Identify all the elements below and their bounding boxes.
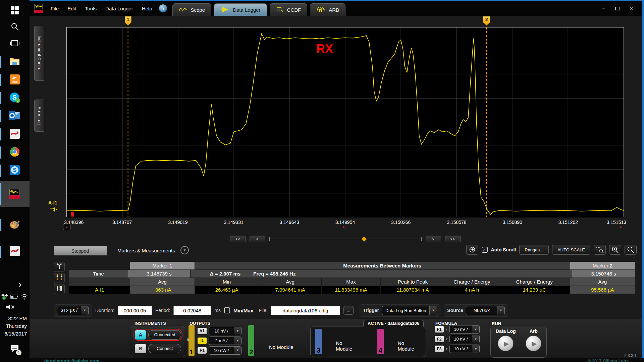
taskbar-item-simplicity-studio-2[interactable] xyxy=(0,243,30,260)
chevron-down-icon[interactable]: ▼ xyxy=(472,345,479,353)
start-button[interactable] xyxy=(0,3,30,19)
taskbar-item-file-explorer[interactable] xyxy=(0,54,30,70)
period-input[interactable]: 0.02048 xyxy=(173,306,211,315)
stat-value: 11.807034 mA xyxy=(381,286,444,294)
wrench-icon xyxy=(56,263,62,271)
action-center-button[interactable]: 1 xyxy=(0,342,30,357)
outlook-icon xyxy=(9,111,20,122)
instrument-b-button[interactable]: B xyxy=(135,344,146,353)
scroll-handle[interactable] xyxy=(362,237,367,242)
scroll-left-button[interactable]: < xyxy=(250,236,265,242)
instrument-control-tab[interactable]: Instrument Control xyxy=(34,26,44,81)
datalog-run-button[interactable]: ▶ xyxy=(498,336,514,351)
markers-collapse-button[interactable]: ▼ xyxy=(180,246,189,254)
ground-symbol-icon xyxy=(50,206,58,214)
scroll-left-marker[interactable]: ▲ xyxy=(63,224,70,230)
taskbar-item-keysight-14585a[interactable] xyxy=(0,181,30,207)
x-tick: 3.149331 xyxy=(224,220,243,225)
menu-file[interactable]: File xyxy=(46,6,63,11)
chevron-down-icon[interactable]: ▼ xyxy=(445,347,448,351)
chevron-down-icon[interactable]: ▼ xyxy=(497,306,504,315)
file-input[interactable]: datalogdata106.edlg xyxy=(271,306,340,315)
chevron-down-icon[interactable]: ▼ xyxy=(472,335,479,343)
duration-input[interactable]: 000:00:05 xyxy=(118,306,152,315)
marquee-zoom-button[interactable] xyxy=(594,245,606,255)
speaker-mute-icon xyxy=(6,304,15,311)
active-file-tab[interactable]: ACTIVE - datalogdata106 xyxy=(363,320,424,326)
tray-icons[interactable]: ✓ xyxy=(0,292,30,302)
chevron-down-icon[interactable]: ▼ xyxy=(429,306,437,315)
marker-flag-1[interactable]: 1 xyxy=(125,16,131,25)
instrument-b-status-button[interactable]: Connect xyxy=(148,344,181,353)
run-box: Data Log ▶ Arb ▶ xyxy=(490,326,547,358)
marker-flag-2[interactable]: 2 xyxy=(483,16,490,25)
taskbar-item-chrome[interactable] xyxy=(0,144,30,161)
chevron-down-icon[interactable]: ▼ xyxy=(472,325,479,333)
taskbar-item-paint[interactable] xyxy=(0,217,30,233)
trace-handle-icon[interactable]: ▐▌ xyxy=(70,212,75,216)
minimize-button[interactable]: − xyxy=(602,5,605,11)
menu-data-logger[interactable]: Data Logger xyxy=(101,6,138,11)
v1-range-dropdown[interactable]: 10 nV /▼ xyxy=(209,327,241,335)
marker-config-button[interactable] xyxy=(54,273,65,283)
f2-range-dropdown[interactable]: 10 nV /▼ xyxy=(449,335,480,343)
f1-range-dropdown[interactable]: 10 nV /▼ xyxy=(449,325,480,334)
info-icon[interactable]: i xyxy=(159,4,167,12)
menu-help[interactable]: Help xyxy=(138,6,157,11)
tray-expand-button[interactable] xyxy=(0,281,30,290)
taskbar-item-skype[interactable]: S✓ xyxy=(0,90,30,107)
tab-ccdf[interactable]: CCDF xyxy=(270,3,308,16)
maximize-button[interactable] xyxy=(615,7,620,10)
svg-text:RX: RX xyxy=(316,42,333,56)
zoom-out-button[interactable] xyxy=(625,245,637,255)
time-row-label: Time xyxy=(69,270,128,278)
browse-button[interactable]: ... xyxy=(343,306,354,315)
instrument-a-button[interactable]: A xyxy=(135,330,146,340)
timebase-dropdown[interactable]: 312 µs / ▼ xyxy=(57,306,89,315)
source-dropdown[interactable]: N6705x ▼ xyxy=(466,306,505,315)
chevron-down-icon[interactable]: ▼ xyxy=(234,327,241,335)
tab-data-logger[interactable]: Data Logger xyxy=(214,3,267,16)
i1-range-dropdown[interactable]: 2 mA /▼ xyxy=(209,337,241,345)
volume-mute-button[interactable] xyxy=(0,303,30,312)
scroll-track[interactable] xyxy=(269,236,422,242)
chevron-down-icon[interactable]: ▼ xyxy=(445,338,448,341)
auto-scroll-checkbox[interactable] xyxy=(482,247,488,253)
p1-range-dropdown[interactable]: 10 nW /▼ xyxy=(209,346,241,355)
trace-row-label[interactable]: A-I1 xyxy=(69,286,130,294)
clock[interactable]: 3:22 PM Thursday 6/15/2017 xyxy=(0,314,30,338)
zoom-in-button[interactable] xyxy=(609,245,621,255)
chevron-down-icon[interactable]: ▼ xyxy=(234,347,241,354)
auto-scale-button[interactable]: AUTO SCALE xyxy=(552,245,590,255)
trace-label[interactable]: A-I1 xyxy=(48,200,57,205)
taskbar-item-simplicity-studio[interactable] xyxy=(0,126,30,143)
plot-area[interactable]: RX 12 xyxy=(66,27,624,217)
background-email-text: tiagelmonte@silabs.com xyxy=(44,358,100,362)
close-button[interactable]: × xyxy=(630,5,633,12)
tab-arb[interactable]: ARB xyxy=(310,3,345,16)
chevron-down-icon[interactable]: ▼ xyxy=(234,337,241,345)
f3-range-dropdown[interactable]: 10 nV /▼ xyxy=(449,345,480,353)
taskbar-item-outlook[interactable] xyxy=(0,108,30,125)
scroll-fast-right-button[interactable]: >> xyxy=(445,236,461,242)
trigger-dropdown[interactable]: Data Log Run Button ▼ xyxy=(382,306,437,315)
search-button[interactable] xyxy=(0,19,30,36)
measurement-settings-button[interactable] xyxy=(54,262,65,272)
chevron-down-icon[interactable]: ▼ xyxy=(81,306,88,315)
menu-edit[interactable]: Edit xyxy=(63,6,80,11)
error-log-tab[interactable]: Error Log xyxy=(34,100,44,132)
task-view-button[interactable] xyxy=(0,36,30,52)
tab-scope[interactable]: Scope xyxy=(172,3,211,16)
taskbar-item-skype-for-business[interactable]: S xyxy=(0,162,30,179)
arb-run-button[interactable]: ▶ xyxy=(526,336,541,351)
chevron-down-icon[interactable]: ▼ xyxy=(445,328,448,331)
instrument-a-status-button[interactable]: Connected xyxy=(148,330,181,340)
menu-tools[interactable]: Tools xyxy=(80,6,101,11)
ranges-button[interactable]: Ranges... xyxy=(519,245,549,255)
add-marker-button[interactable] xyxy=(466,245,478,255)
scroll-right-button[interactable]: > xyxy=(426,236,441,242)
taskbar-item-foxit-pdf[interactable]: PDF xyxy=(0,72,30,88)
scroll-fast-left-button[interactable]: << xyxy=(230,236,246,242)
minmax-checkbox[interactable] xyxy=(224,307,230,313)
columns-config-button[interactable] xyxy=(54,284,65,294)
